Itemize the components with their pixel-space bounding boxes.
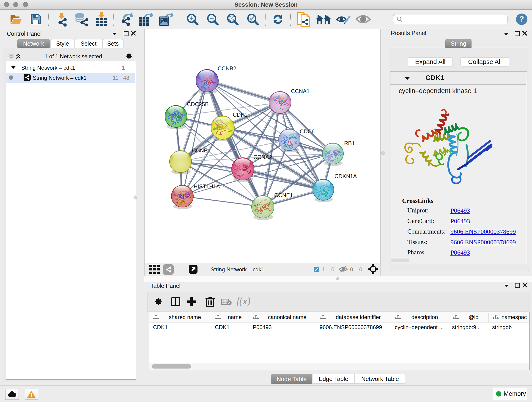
svg-text:RB1: RB1	[344, 140, 355, 146]
svg-text:CCNB2: CCNB2	[218, 65, 236, 71]
svg-text:CDC6: CDC6	[300, 128, 315, 134]
svg-text:CDKN1A: CDKN1A	[335, 173, 357, 179]
svg-text:CDC25B: CDC25B	[187, 101, 209, 107]
svg-text:CDK1: CDK1	[233, 112, 247, 118]
svg-text:CCNA2: CCNA2	[253, 154, 272, 160]
svg-text:CCNE1: CCNE1	[274, 192, 293, 198]
svg-text:CCNA1: CCNA1	[291, 88, 310, 94]
svg-text:HIST1H1A: HIST1H1A	[194, 183, 220, 190]
svg-text:CCNB1: CCNB1	[192, 147, 210, 153]
